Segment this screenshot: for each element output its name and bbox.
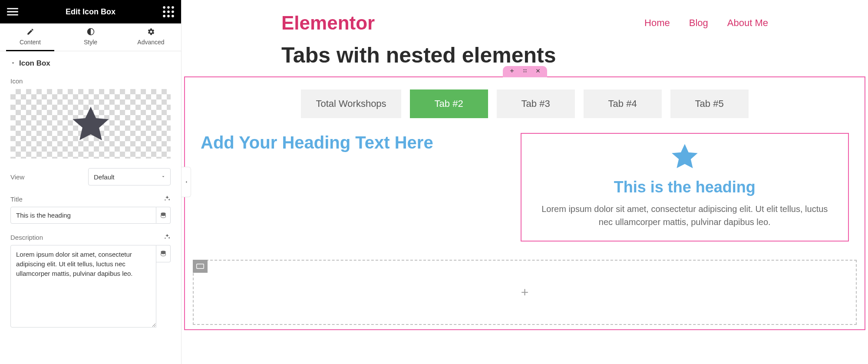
container-type-icon — [193, 260, 208, 273]
icon-picker[interactable] — [10, 89, 171, 159]
pencil-icon — [0, 28, 60, 37]
panel-header: Edit Icon Box — [0, 0, 181, 23]
dynamic-tags-button[interactable] — [156, 207, 171, 224]
view-label: View — [10, 173, 24, 181]
chevron-down-icon — [161, 173, 166, 181]
contrast-icon — [60, 28, 121, 37]
svg-point-2 — [172, 6, 174, 9]
site-nav: Home Blog About Me — [644, 17, 768, 29]
star-icon — [534, 141, 836, 174]
tab-advanced[interactable]: Advanced — [121, 23, 181, 51]
panel-tabs: Content Style Advanced — [0, 23, 181, 51]
tab-content-label: Content — [20, 39, 41, 46]
star-icon — [69, 102, 112, 146]
database-icon — [160, 250, 167, 257]
widgets-icon[interactable] — [161, 4, 176, 19]
nav-about[interactable]: About Me — [727, 17, 768, 29]
view-select[interactable]: Default — [88, 168, 171, 185]
svg-point-7 — [167, 15, 170, 17]
svg-point-0 — [163, 6, 165, 9]
menu-icon[interactable] — [5, 4, 20, 19]
nav-blog[interactable]: Blog — [689, 17, 708, 29]
site-brand: Elementor — [281, 12, 375, 34]
tab-content: Add Your Heading Text Here This is the h… — [185, 126, 865, 252]
tabs-section[interactable]: Total Workshops Tab #2 Tab #3 Tab #4 Tab… — [184, 76, 865, 330]
tab-button-4[interactable]: Tab #5 — [670, 89, 749, 118]
database-icon — [160, 212, 167, 219]
chevron-left-icon — [184, 180, 188, 184]
svg-point-12 — [523, 69, 524, 70]
svg-point-13 — [525, 69, 525, 70]
icon-label: Icon — [10, 77, 171, 85]
panel-body: Icon Box Icon View Default Title Descrip… — [0, 51, 181, 364]
tab-button-2[interactable]: Tab #3 — [497, 89, 575, 118]
delete-section-button[interactable] — [535, 68, 541, 76]
tab-content[interactable]: Content — [0, 23, 60, 51]
tab-button-1[interactable]: Tab #2 — [410, 89, 488, 118]
preview-canvas: Elementor Home Blog About Me Tabs with n… — [182, 0, 868, 364]
description-label: Description — [10, 234, 43, 241]
gear-icon — [121, 28, 181, 37]
caret-down-icon — [10, 59, 16, 68]
svg-point-4 — [167, 10, 170, 13]
ai-sparkle-icon[interactable] — [164, 233, 171, 242]
svg-rect-18 — [197, 264, 204, 269]
add-widget-button[interactable]: + — [521, 285, 529, 300]
section-handle — [503, 66, 547, 77]
tab-button-0[interactable]: Total Workshops — [301, 89, 401, 118]
svg-point-5 — [172, 10, 174, 13]
tab-style-label: Style — [84, 39, 97, 46]
panel-collapse-button[interactable] — [182, 167, 191, 197]
view-select-value: Default — [94, 173, 115, 181]
site-header: Elementor Home Blog About Me — [182, 0, 868, 43]
tabs-row: Total Workshops Tab #2 Tab #3 Tab #4 Tab… — [185, 77, 865, 126]
iconbox-description: Lorem ipsum dolor sit amet, consectetur … — [534, 202, 836, 228]
dynamic-tags-button[interactable] — [156, 245, 171, 262]
empty-container[interactable]: + — [193, 260, 857, 325]
svg-point-14 — [525, 69, 526, 70]
tab-button-3[interactable]: Tab #4 — [584, 89, 662, 118]
iconbox-widget[interactable]: This is the heading Lorem ipsum dolor si… — [521, 133, 849, 242]
drag-section-handle[interactable] — [522, 68, 528, 76]
add-section-button[interactable] — [509, 68, 515, 76]
title-input[interactable] — [10, 207, 156, 224]
svg-point-3 — [163, 10, 165, 13]
editor-panel: Edit Icon Box Content Style Advanced Ico… — [0, 0, 182, 364]
ai-sparkle-icon[interactable] — [164, 195, 171, 203]
tab-advanced-label: Advanced — [137, 39, 164, 46]
description-textarea[interactable] — [10, 245, 156, 328]
iconbox-title: This is the heading — [534, 178, 836, 196]
nav-home[interactable]: Home — [644, 17, 670, 29]
tab-style[interactable]: Style — [60, 23, 121, 51]
svg-point-17 — [525, 71, 526, 72]
panel-title: Edit Icon Box — [20, 7, 161, 17]
heading-widget[interactable]: Add Your Heading Text Here — [201, 133, 503, 242]
title-label: Title — [10, 195, 23, 203]
svg-point-6 — [163, 15, 165, 17]
section-toggle-iconbox[interactable]: Icon Box — [10, 59, 171, 68]
svg-point-16 — [525, 71, 525, 72]
svg-point-8 — [172, 15, 174, 17]
svg-point-1 — [167, 6, 170, 9]
section-title: Icon Box — [19, 59, 50, 68]
svg-point-15 — [523, 71, 524, 72]
